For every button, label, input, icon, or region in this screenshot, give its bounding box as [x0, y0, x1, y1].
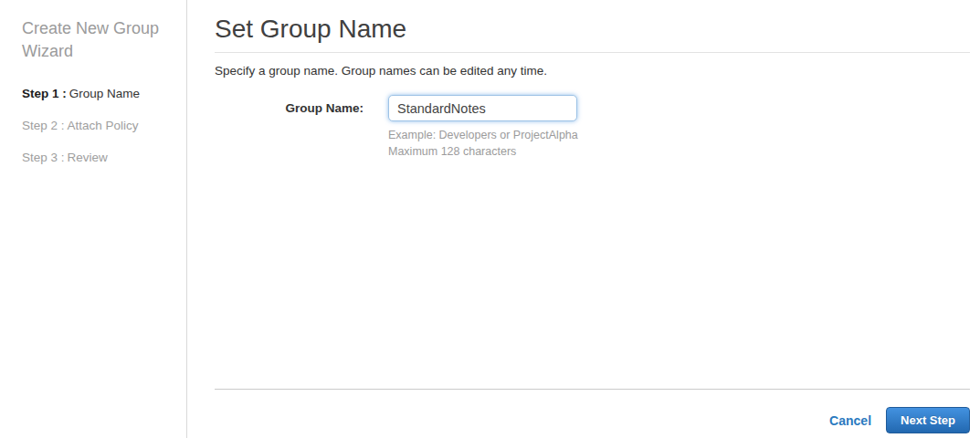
wizard-step-list: Step 1 :Group Name Step 2 :Attach Policy… — [22, 87, 170, 164]
next-step-button[interactable]: Next Step — [886, 407, 970, 433]
step-2-label: Attach Policy — [68, 119, 139, 132]
step-1-label: Group Name — [69, 87, 140, 100]
page-title: Set Group Name — [215, 15, 970, 53]
group-name-max-hint: Maximum 128 characters — [388, 143, 578, 160]
group-name-input[interactable] — [388, 95, 577, 121]
page-description: Specify a group name. Group names can be… — [215, 64, 970, 78]
wizard-sidebar: Create New Group Wizard Step 1 :Group Na… — [0, 0, 187, 438]
wizard-footer: Cancel Next Step — [215, 389, 970, 433]
step-3-review[interactable]: Step 3 :Review — [22, 151, 170, 164]
step-1-group-name[interactable]: Step 1 :Group Name — [22, 87, 170, 100]
group-name-example-hint: Example: Developers or ProjectAlpha — [388, 127, 578, 143]
step-1-prefix: Step 1 : — [22, 87, 67, 100]
cancel-button[interactable]: Cancel — [829, 413, 871, 428]
step-2-attach-policy[interactable]: Step 2 :Attach Policy — [22, 119, 170, 132]
step-3-prefix: Step 3 : — [22, 151, 65, 164]
group-name-label: Group Name: — [215, 95, 388, 115]
wizard-content-panel: Set Group Name Specify a group name. Gro… — [188, 0, 980, 438]
wizard-title: Create New Group Wizard — [22, 17, 170, 63]
group-name-input-column: Example: Developers or ProjectAlpha Maxi… — [388, 95, 578, 160]
step-3-label: Review — [68, 151, 108, 164]
step-2-prefix: Step 2 : — [22, 119, 65, 132]
group-name-form-row: Group Name: Example: Developers or Proje… — [215, 95, 970, 160]
